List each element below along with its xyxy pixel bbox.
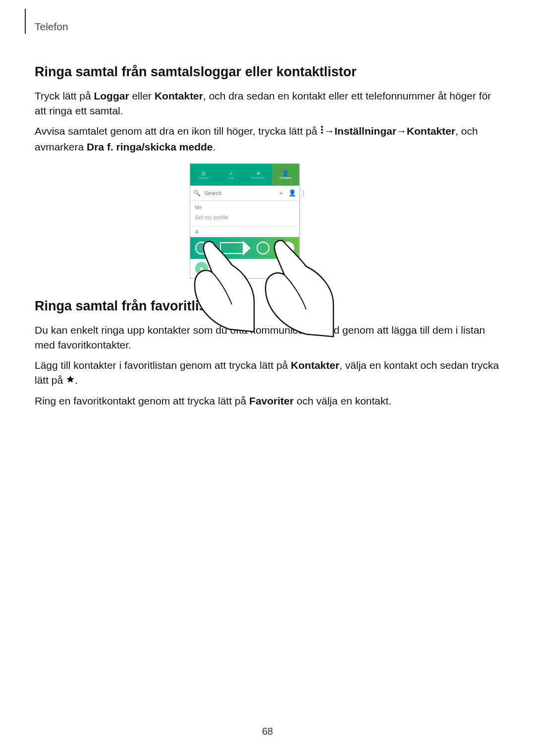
- star-icon: [66, 373, 75, 388]
- tab-label: Contacts: [279, 176, 291, 179]
- bold-kontakter: Kontakter: [155, 90, 203, 101]
- svg-point-1: [321, 129, 323, 131]
- svg-point-2: [321, 132, 323, 134]
- tab-keypad[interactable]: ⊞ Keypad: [190, 164, 217, 186]
- list-item-profile[interactable]: Set my profile: [190, 211, 299, 227]
- search-row: 🔍 ＋ 👤 ⋮: [190, 186, 299, 201]
- bold-loggar: Loggar: [94, 90, 129, 101]
- page-number: 68: [0, 726, 535, 737]
- text: Tryck lätt på: [35, 90, 94, 101]
- handle-icon: [257, 242, 269, 254]
- section2: Ringa samtal från favoritlistan Du kan e…: [35, 299, 500, 408]
- manual-page: Telefon Ringa samtal från samtalsloggar …: [0, 0, 535, 756]
- call-icon: 📞: [281, 242, 294, 254]
- figure: ⊞ Keypad ↲ Logs ★ Favourites 👤: [190, 163, 346, 279]
- text: eller: [129, 90, 155, 101]
- section1-heading: Ringa samtal från samtalsloggar eller ko…: [35, 64, 500, 80]
- phone-frame: ⊞ Keypad ↲ Logs ★ Favourites 👤: [190, 163, 300, 279]
- header-divider: [25, 9, 26, 34]
- figure-wrap: ⊞ Keypad ↲ Logs ★ Favourites 👤: [35, 163, 500, 279]
- contact-avatar-icon: [195, 242, 208, 254]
- arrow: →: [396, 124, 407, 139]
- svg-point-0: [321, 126, 323, 128]
- section2-heading: Ringa samtal från favoritlistan: [35, 299, 500, 314]
- text: Avvisa samtalet genom att dra en ikon ti…: [35, 125, 320, 137]
- text: .: [213, 141, 215, 152]
- breadcrumb: Telefon: [35, 21, 68, 33]
- text: .: [75, 374, 78, 386]
- text: Ring en favoritkontakt genom att trycka …: [35, 395, 249, 406]
- content: Ringa samtal från samtalsloggar eller ko…: [35, 64, 500, 408]
- person-icon: 👤: [282, 170, 289, 176]
- avatar-icon: ●: [195, 262, 208, 275]
- search-icon: 🔍: [193, 190, 201, 197]
- list-header-me: Me: [190, 201, 299, 211]
- star-icon: ★: [256, 170, 261, 176]
- more-icon[interactable]: ⋮: [300, 189, 307, 197]
- text: och välja en kontakt.: [294, 395, 391, 406]
- section1-p1: Tryck lätt på Loggar eller Kontakter, oc…: [35, 89, 500, 119]
- swipe-arrow-icon: [220, 242, 245, 254]
- tab-label: Keypad: [199, 176, 209, 179]
- logs-icon: ↲: [228, 170, 233, 176]
- contact-row[interactable]: ● naver.com: [190, 259, 299, 278]
- swipe-row[interactable]: 📞: [190, 237, 299, 259]
- tab-label: Favourites: [251, 176, 265, 179]
- arrow: →: [324, 124, 334, 139]
- keypad-icon: ⊞: [201, 170, 206, 176]
- tab-contacts[interactable]: 👤 Contacts: [272, 164, 299, 186]
- section2-p3: Ring en favoritkontakt genom att trycka …: [35, 394, 500, 408]
- phone-tabs: ⊞ Keypad ↲ Logs ★ Favourites 👤: [190, 164, 299, 186]
- more-icon: [320, 123, 324, 138]
- section2-p2: Lägg till kontakter i favoritlistan geno…: [35, 358, 500, 389]
- section2-p1: Du kan enkelt ringa upp kontakter som du…: [35, 323, 500, 353]
- bold-kontakter2: Kontakter: [407, 125, 455, 137]
- contact-email: naver.com: [212, 265, 294, 271]
- letter-header: A: [190, 227, 299, 237]
- section1-p2: Avvisa samtalet genom att dra en ikon ti…: [35, 124, 500, 154]
- bold-dra: Dra f. ringa/skicka medde: [87, 141, 213, 152]
- tab-label: Logs: [227, 176, 234, 179]
- bold-favoriter: Favoriter: [249, 395, 294, 406]
- text: Lägg till kontakter i favoritlistan geno…: [35, 359, 291, 371]
- tab-favourites[interactable]: ★ Favourites: [245, 164, 272, 186]
- tab-logs[interactable]: ↲ Logs: [217, 164, 245, 186]
- bold-installningar: Inställningar: [334, 125, 396, 137]
- bold-kontakter3: Kontakter: [291, 359, 339, 371]
- search-input[interactable]: [204, 190, 274, 197]
- add-icon[interactable]: ＋: [278, 189, 284, 198]
- add-contact-icon[interactable]: 👤: [288, 189, 296, 197]
